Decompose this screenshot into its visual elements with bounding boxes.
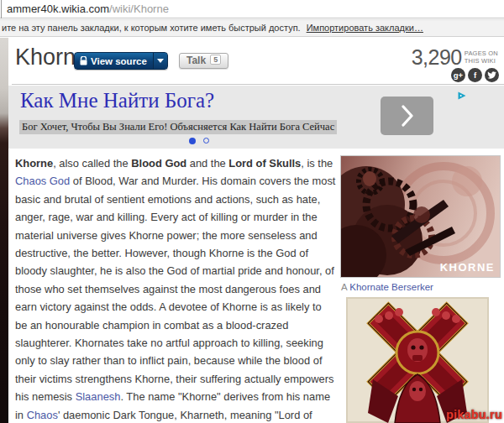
link-khornate-berserker[interactable]: Khornate Berserker (349, 282, 433, 292)
wiki-page: Khorne View source Talk5 3,290 PAGES ON … (0, 38, 504, 423)
article-paragraph-1: Khorne, also called the Blood God and th… (15, 154, 336, 423)
ad-title-link[interactable]: Как Мне Найти Бога? (20, 89, 214, 112)
page-count-number: 3,290 (412, 45, 462, 70)
watermark: pikabu.ru (446, 408, 502, 421)
page-count-caption: PAGES ON THIS WIKI (462, 45, 498, 65)
import-bookmarks-link[interactable]: Импортировать закладки… (307, 23, 423, 33)
view-source-button[interactable]: View source (74, 52, 168, 70)
link-chaos[interactable]: Chaos (27, 409, 58, 421)
ad-banner: Как Мне Найти Бога? Бог Хочет, Чтобы Вы … (8, 86, 504, 149)
chevron-right-icon (401, 105, 414, 127)
carousel-dot-inactive[interactable] (203, 138, 209, 144)
browser-bookmarks-bar: ите на эту панель закладки, к которым хо… (0, 19, 504, 37)
lock-icon (80, 56, 87, 65)
social-share-row: g+ f (451, 68, 499, 82)
header-divider (12, 84, 504, 85)
bookmarks-hint-text: ите на эту панель закладки, к которым хо… (2, 23, 301, 33)
image-caption: A Khornate Berserker (341, 282, 433, 292)
link-slaanesh[interactable]: Slaanesh (76, 390, 121, 403)
link-chaos-god[interactable]: Chaos God (15, 175, 70, 187)
image-overlay-text: KHORNE (440, 261, 495, 274)
view-source-label: View source (91, 56, 147, 66)
wiki-page-count: 3,290 PAGES ON THIS WIKI (412, 45, 498, 70)
carousel-dot-active[interactable] (189, 138, 196, 144)
browser-url-bar[interactable]: ammer40k.wikia.com/wiki/Khorne (0, 0, 504, 18)
khornate-berserker-image[interactable]: KHORNE (340, 155, 501, 278)
view-source-dropdown[interactable] (153, 53, 167, 69)
adchoices-icon[interactable] (457, 89, 467, 99)
talk-count-badge: 5 (210, 55, 221, 65)
chevron-down-icon (157, 59, 164, 63)
page-content: Khorne View source Talk5 3,290 PAGES ON … (8, 38, 504, 423)
ad-subtitle[interactable]: Бог Хочет, Чтобы Вы Знали Его! Объясняет… (19, 120, 337, 134)
window-edge (1, 0, 2, 18)
article-body: Khorne, also called the Blood God and th… (15, 154, 336, 423)
ad-carousel-dots (189, 138, 209, 144)
ad-next-button[interactable] (381, 97, 433, 135)
googleplus-icon[interactable]: g+ (451, 68, 465, 82)
talk-button[interactable]: Talk5 (179, 53, 228, 69)
khorne-rune-image[interactable] (346, 297, 489, 423)
twitter-icon[interactable] (485, 68, 499, 82)
page-background-strip (0, 38, 8, 423)
facebook-icon[interactable]: f (468, 68, 482, 82)
url-domain: ammer40k.wikia.com (7, 3, 109, 15)
url-path: /wiki/Khorne (109, 3, 169, 15)
talk-label: Talk (186, 55, 206, 66)
